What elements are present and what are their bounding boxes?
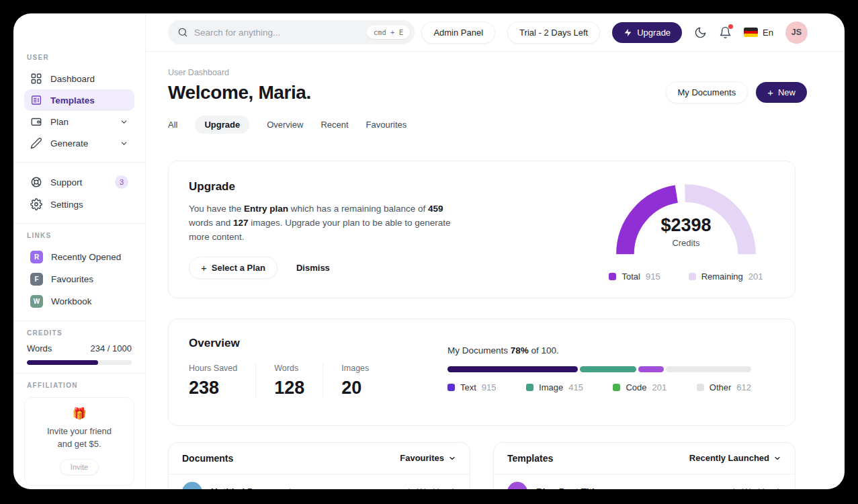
language-label: En bbox=[763, 28, 773, 38]
stat-label: Words bbox=[274, 364, 304, 373]
legend-swatch-other bbox=[697, 384, 704, 391]
sidebar-item-templates[interactable]: Templates bbox=[24, 89, 134, 111]
document-row[interactable]: Untitled Document in Workbook bbox=[169, 474, 470, 489]
notification-dot bbox=[728, 24, 733, 29]
chevron-down-icon bbox=[120, 139, 128, 148]
sidebar-item-label: Plan bbox=[50, 117, 69, 127]
new-button-label: New bbox=[778, 87, 796, 97]
language-selector[interactable]: En bbox=[744, 28, 773, 38]
search-icon bbox=[177, 27, 188, 38]
lifebuoy-icon bbox=[30, 176, 42, 188]
template-row[interactable]: Blog Post Title in Workbook bbox=[494, 474, 795, 489]
dark-mode-moon-icon[interactable] bbox=[694, 26, 707, 39]
legend-item-text: Text 915 bbox=[447, 382, 497, 392]
documents-usage-line: My Documents 78% of 100. bbox=[447, 345, 751, 355]
user-avatar[interactable]: JS bbox=[785, 22, 808, 44]
affiliation-line2: and get $5. bbox=[57, 439, 101, 449]
plus-icon: + bbox=[201, 263, 207, 273]
wallet-icon bbox=[30, 116, 42, 128]
bar-segment-text bbox=[447, 366, 578, 372]
documents-stacked-bar bbox=[447, 366, 751, 372]
legend-swatch-text bbox=[447, 384, 455, 391]
sidebar-item-label: Favourites bbox=[51, 274, 93, 284]
dismiss-button[interactable]: Dismiss bbox=[296, 263, 330, 273]
search-box[interactable]: cmd + E bbox=[168, 20, 415, 44]
page-title: Welcome, Maria. bbox=[168, 82, 311, 103]
legend-value: 915 bbox=[646, 271, 660, 282]
legend-item-image: Image 415 bbox=[526, 382, 583, 392]
credits-words-label: Words bbox=[27, 343, 52, 353]
tab-recent[interactable]: Recent bbox=[320, 116, 348, 134]
legend-item-code: Code 201 bbox=[613, 382, 667, 392]
link-initial-badge: W bbox=[30, 295, 43, 308]
bar-segment-code bbox=[638, 366, 664, 372]
sidebar-item-support[interactable]: Support 3 bbox=[24, 171, 134, 194]
sidebar-item-label: Workbook bbox=[51, 296, 92, 306]
credits-gauge-label: Credits bbox=[605, 238, 767, 248]
legend-item-other: Other 612 bbox=[697, 382, 751, 392]
topbar: cmd + E Admin Panel Trial - 2 Days Left … bbox=[146, 13, 845, 52]
document-location: in Workbook bbox=[408, 487, 456, 489]
legend-value: 201 bbox=[652, 382, 667, 392]
legend-label: Total bbox=[621, 271, 640, 282]
affiliation-line1: Invite your friend bbox=[47, 426, 112, 436]
stat-value: 128 bbox=[274, 378, 304, 398]
stat-label: Hours Saved bbox=[189, 364, 237, 373]
credits-gauge-value: $2398 bbox=[605, 215, 767, 236]
template-location: in Workbook bbox=[733, 487, 781, 489]
templates-card-title: Templates bbox=[507, 453, 553, 464]
trial-badge-button[interactable]: Trial - 2 Days Left bbox=[507, 22, 600, 44]
upgrade-button[interactable]: Upgrade bbox=[612, 22, 682, 43]
select-plan-button[interactable]: + Select a Plan bbox=[189, 257, 277, 279]
legend-label: Remaining bbox=[701, 271, 743, 282]
template-title: Blog Post Title bbox=[536, 487, 599, 489]
sidebar-item-label: Dashboard bbox=[50, 74, 95, 84]
search-input[interactable] bbox=[194, 28, 361, 38]
tab-overview[interactable]: Overview bbox=[267, 116, 303, 134]
new-button[interactable]: + New bbox=[756, 82, 807, 103]
link-initial-badge: R bbox=[30, 251, 43, 263]
sidebar-link-favourites[interactable]: F Favourites bbox=[24, 268, 134, 290]
documents-filter-dropdown[interactable]: Favourites bbox=[400, 453, 456, 463]
chevron-down-icon bbox=[120, 118, 128, 126]
sidebar-section-credits: CREDITS bbox=[27, 329, 134, 337]
admin-panel-button[interactable]: Admin Panel bbox=[421, 22, 495, 44]
sidebar-section-affiliation: AFFILIATION bbox=[27, 382, 134, 389]
invite-button[interactable]: Invite bbox=[60, 459, 99, 475]
support-count-badge: 3 bbox=[115, 175, 128, 189]
tab-favourites[interactable]: Favourites bbox=[366, 116, 407, 134]
content-area: User Dashboard Welcome, Maria. My Docume… bbox=[146, 52, 845, 489]
bar-segment-image bbox=[580, 366, 636, 372]
divider bbox=[13, 223, 145, 224]
tab-upgrade[interactable]: Upgrade bbox=[195, 116, 249, 134]
my-documents-button[interactable]: My Documents bbox=[666, 81, 748, 103]
sidebar-link-workbook[interactable]: W Workbook bbox=[24, 290, 134, 312]
stat-hours-saved: Hours Saved 238 bbox=[189, 364, 256, 398]
upgrade-card-title: Upgrade bbox=[189, 180, 471, 194]
select-plan-label: Select a Plan bbox=[212, 263, 265, 273]
lightning-icon bbox=[624, 28, 632, 37]
legend-swatch-total bbox=[609, 273, 616, 280]
words-progress-fill bbox=[27, 360, 98, 365]
document-title: Untitled Document bbox=[211, 487, 292, 489]
sidebar-item-plan[interactable]: Plan bbox=[24, 111, 134, 132]
sidebar-link-recently-opened[interactable]: R Recently Opened bbox=[24, 246, 134, 268]
affiliation-card: 🎁 Invite your friend and get $5. Invite bbox=[24, 397, 134, 486]
overview-card: Overview Hours Saved 238 Words 128 Image… bbox=[168, 319, 796, 426]
pen-icon bbox=[30, 137, 42, 149]
stat-value: 238 bbox=[189, 378, 237, 398]
legend-label: Text bbox=[460, 382, 476, 392]
templates-document-icon bbox=[30, 94, 42, 106]
document-avatar bbox=[182, 482, 202, 489]
sidebar-item-settings[interactable]: Settings bbox=[24, 194, 134, 215]
tab-all[interactable]: All bbox=[168, 116, 177, 134]
sidebar-item-dashboard[interactable]: Dashboard bbox=[24, 68, 134, 89]
notifications-bell-icon[interactable] bbox=[719, 26, 732, 39]
divider bbox=[13, 162, 145, 163]
templates-card: Templates Recently Launched Blog Post Ti… bbox=[493, 442, 796, 489]
legend-item-total: Total 915 bbox=[609, 271, 660, 282]
templates-filter-dropdown[interactable]: Recently Launched bbox=[689, 453, 781, 463]
sidebar: USER Dashboard Templates Plan bbox=[13, 13, 146, 489]
sidebar-item-generate[interactable]: Generate bbox=[24, 132, 134, 154]
legend-swatch-image bbox=[526, 384, 533, 391]
